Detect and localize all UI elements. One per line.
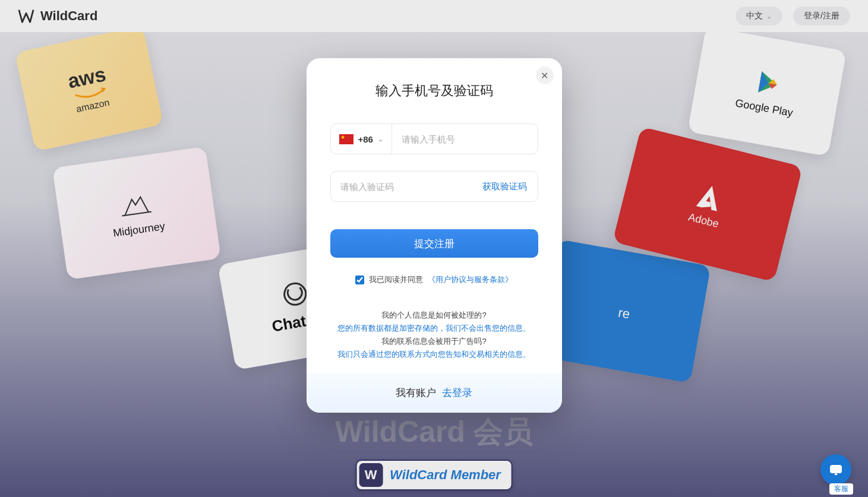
have-account-text: 我有账户 [396,387,436,398]
svg-rect-0 [830,465,842,473]
phone-input-row: +86 ⌄ [330,124,538,154]
get-code-button[interactable]: 获取验证码 [472,181,538,192]
agreement-link[interactable]: 《用户协议与服务条款》 [428,274,513,285]
verification-code-input[interactable] [331,172,472,201]
privacy-a1[interactable]: 您的所有数据都是加密存储的，我们不会出售您的信息。 [330,322,538,335]
code-input-row: 获取验证码 [330,171,538,202]
agreement-row: 我已阅读并同意 《用户协议与服务条款》 [330,274,538,285]
flag-icon [339,134,353,144]
close-icon: ✕ [541,70,548,81]
register-modal: ✕ 输入手机号及验证码 +86 ⌄ 获取验证码 提交注册 我已阅读并同意 《用户… [307,58,562,413]
go-login-link[interactable]: 去登录 [442,387,472,398]
modal-footer: 我有账户 去登录 [307,373,562,413]
support-button[interactable] [820,454,851,485]
privacy-info: 我的个人信息是如何被处理的? 您的所有数据都是加密存储的，我们不会出售您的信息。… [330,309,538,361]
submit-register-button[interactable]: 提交注册 [330,229,538,258]
agreement-checkbox[interactable] [355,276,364,284]
phone-input[interactable] [392,124,538,154]
country-code-label: +86 [358,134,373,144]
agreement-text: 我已阅读并同意 [369,274,423,285]
country-selector[interactable]: +86 ⌄ [331,124,392,154]
chat-icon [828,462,844,477]
privacy-a2[interactable]: 我们只会通过您的联系方式向您告知和交易相关的信息。 [330,348,538,361]
privacy-q2: 我的联系信息会被用于广告吗? [330,335,538,348]
modal-title: 输入手机号及验证码 [330,82,538,100]
support-label: 客服 [829,483,853,495]
chevron-down-icon: ⌄ [378,135,383,143]
close-button[interactable]: ✕ [536,67,554,84]
privacy-q1: 我的个人信息是如何被处理的? [330,309,538,322]
